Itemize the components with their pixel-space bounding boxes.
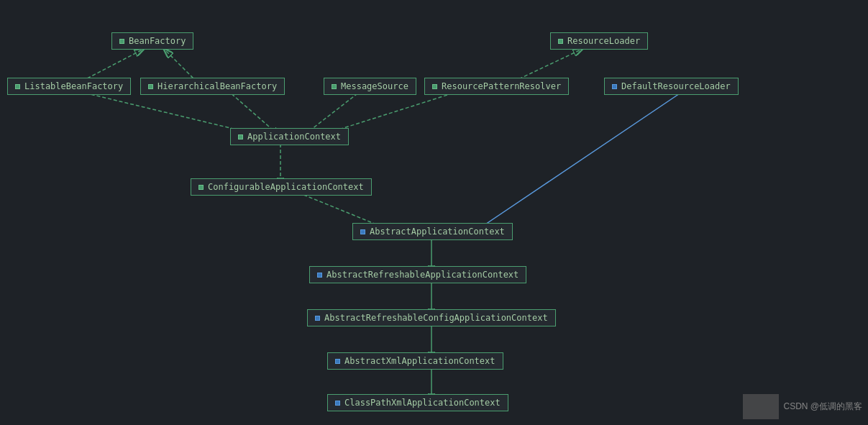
label-hierarchicalbeanfactory: HierarchicalBeanFactory	[157, 81, 277, 91]
watermark: CSDN @低调的黑客	[743, 394, 862, 419]
label-beanfactory: BeanFactory	[129, 36, 186, 46]
label-resourcepatternresolver: ResourcePatternResolver	[442, 81, 561, 91]
label-abstractrefreshableconfigapplicationcontext: AbstractRefreshableConfigApplicationCont…	[324, 313, 548, 323]
label-defaultresourceloader: DefaultResourceLoader	[621, 81, 731, 91]
dot-messagesource	[332, 84, 337, 89]
watermark-logo	[743, 394, 779, 419]
node-listablebeanfactory: ListableBeanFactory	[7, 78, 131, 95]
label-listablebeanfactory: ListableBeanFactory	[24, 81, 123, 91]
dot-abstractrefreshableconfigapplicationcontext	[315, 316, 320, 321]
label-configurableapplicationcontext: ConfigurableApplicationContext	[208, 182, 364, 192]
node-abstractxmlapplicationcontext: AbstractXmlApplicationContext	[327, 352, 503, 370]
node-defaultresourceloader: DefaultResourceLoader	[604, 78, 739, 95]
node-abstractapplicationcontext: AbstractApplicationContext	[352, 223, 513, 240]
svg-line-12	[475, 86, 690, 232]
dot-defaultresourceloader	[612, 84, 617, 89]
node-resourcepatternresolver: ResourcePatternResolver	[424, 78, 569, 95]
dot-configurableapplicationcontext	[198, 185, 204, 190]
dot-hierarchicalbeanfactory	[148, 84, 153, 89]
dot-applicationcontext	[238, 134, 243, 140]
label-messagesource: MessageSource	[341, 81, 408, 91]
dot-abstractxmlapplicationcontext	[335, 359, 340, 364]
node-configurableapplicationcontext: ConfigurableApplicationContext	[191, 178, 372, 196]
node-applicationcontext: ApplicationContext	[230, 128, 349, 145]
dot-listablebeanfactory	[15, 84, 20, 89]
node-resourceloader: ResourceLoader	[550, 32, 648, 50]
node-abstractrefreshableconfigapplicationcontext: AbstractRefreshableConfigApplicationCont…	[307, 309, 556, 326]
dot-resourceloader	[558, 39, 563, 44]
node-hierarchicalbeanfactory: HierarchicalBeanFactory	[140, 78, 285, 95]
label-classpathxmlapplicationcontext: ClassPathXmlApplicationContext	[344, 398, 501, 408]
label-abstractrefreshableapplicationcontext: AbstractRefreshableApplicationContext	[326, 270, 518, 280]
dot-abstractrefreshableapplicationcontext	[317, 273, 322, 278]
diagram-container: BeanFactory ResourceLoader ListableBeanF…	[0, 0, 868, 425]
dot-classpathxmlapplicationcontext	[335, 401, 340, 406]
dot-resourcepatternresolver	[432, 84, 437, 89]
node-abstractrefreshableapplicationcontext: AbstractRefreshableApplicationContext	[309, 266, 526, 283]
node-classpathxmlapplicationcontext: ClassPathXmlApplicationContext	[327, 394, 508, 411]
label-abstractxmlapplicationcontext: AbstractXmlApplicationContext	[344, 356, 495, 366]
label-resourceloader: ResourceLoader	[567, 36, 640, 46]
watermark-text: CSDN @低调的黑客	[783, 401, 862, 413]
node-messagesource: MessageSource	[324, 78, 416, 95]
label-abstractapplicationcontext: AbstractApplicationContext	[370, 227, 505, 237]
dot-beanfactory	[119, 39, 124, 44]
dot-abstractapplicationcontext	[360, 229, 365, 234]
node-beanfactory: BeanFactory	[111, 32, 193, 50]
label-applicationcontext: ApplicationContext	[247, 132, 341, 142]
